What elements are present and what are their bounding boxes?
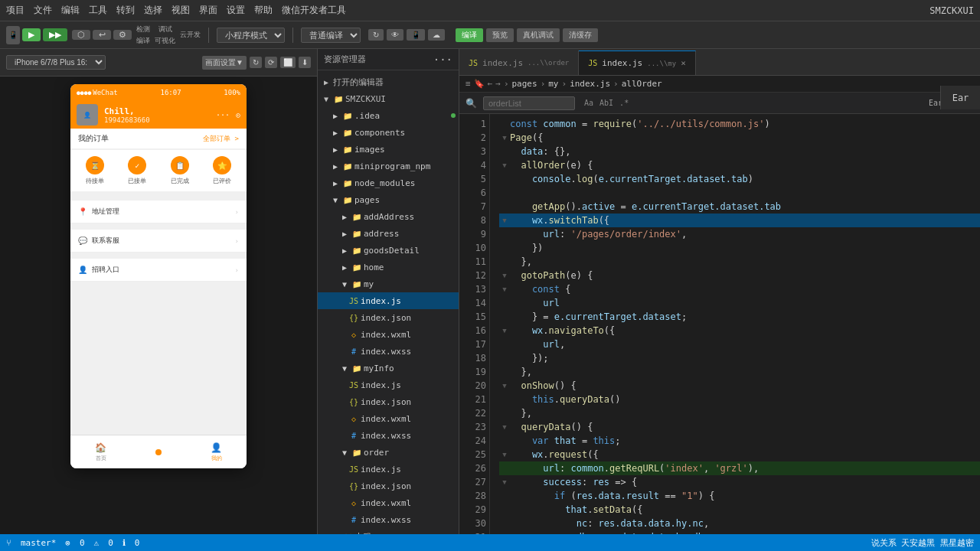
toolbar-btn1[interactable]: ⬡: [72, 30, 90, 40]
fold-icon-27[interactable]: ▼: [499, 475, 510, 489]
file-myinfo-indexwxss[interactable]: # index.wxss: [318, 427, 459, 444]
file-idea-folder[interactable]: ▶ 📁 .idea: [318, 107, 459, 124]
file-my-indexjs[interactable]: JS index.js: [318, 292, 459, 309]
fold-icon-8[interactable]: ▼: [499, 214, 510, 227]
file-components-folder[interactable]: ▶ 📁 components: [318, 124, 459, 141]
fold-icon-13[interactable]: ▼: [499, 282, 510, 296]
file-pages-folder[interactable]: ▼ 📁 pages: [318, 191, 459, 208]
file-myinfo-indexjs[interactable]: JS index.js: [318, 377, 459, 393]
fold-icon-2[interactable]: ▼: [499, 131, 510, 145]
toolbar-btn3[interactable]: ⚙: [113, 30, 132, 40]
breadcrumb-file[interactable]: index.js: [570, 79, 610, 89]
phone-order-item-1[interactable]: ⏳ 待接单: [86, 156, 104, 185]
menu-item-project[interactable]: 项目: [6, 4, 24, 17]
breadcrumb-forward[interactable]: →: [495, 79, 501, 89]
phone-import-btn[interactable]: ⬇: [299, 57, 311, 68]
menu-item-tools[interactable]: 工具: [89, 4, 107, 17]
phone-order-item-2[interactable]: ✓ 已接单: [128, 156, 146, 185]
phone-rotate-btn[interactable]: ⟳: [265, 57, 277, 68]
menu-item-interface[interactable]: 界面: [199, 4, 217, 17]
search-ab-btn[interactable]: AbI: [599, 99, 613, 107]
phone-menu-item-3[interactable]: 👤 招聘入口 ›: [70, 259, 247, 282]
phone-tablet-btn[interactable]: ⬜: [280, 57, 296, 68]
phone-bottom-my[interactable]: 👤 我的: [211, 442, 222, 462]
tab-close-btn[interactable]: ×: [681, 58, 686, 68]
real-debug-btn[interactable]: 真机调试: [517, 28, 560, 42]
menu-item-select[interactable]: 选择: [144, 4, 162, 17]
compile-action-btn[interactable]: 编译: [456, 28, 483, 42]
search-input[interactable]: [483, 96, 575, 110]
menu-item-devtools[interactable]: 微信开发者工具: [282, 4, 346, 17]
phone-orders-link[interactable]: 全部订单 >: [203, 134, 239, 144]
file-order-indexjs[interactable]: JS index.js: [318, 461, 459, 478]
file-addaddress-folder[interactable]: ▶ 📁 addAddress: [318, 208, 459, 225]
file-explorer-menu-btn[interactable]: ···: [433, 54, 452, 66]
phone-icon-btn[interactable]: 📱: [6, 26, 20, 44]
mode-select[interactable]: 小程序模式: [217, 28, 285, 43]
file-order-indexjson[interactable]: {} index.json: [318, 478, 459, 494]
search-aa-btn[interactable]: Aa: [584, 99, 593, 107]
cloud-btn[interactable]: ☁: [428, 29, 445, 41]
file-myinfo-indexwxml[interactable]: ◇ index.wxml: [318, 410, 459, 427]
file-order-folder[interactable]: ▼ 📁 order: [318, 444, 459, 461]
menu-item-settings[interactable]: 设置: [227, 4, 245, 17]
code-lines[interactable]: const common = require('../../utils/comm…: [490, 114, 980, 534]
phone-order-item-4[interactable]: ⭐ 已评价: [213, 156, 231, 185]
phone-model-select[interactable]: iPhone 6/7/8 Plus 16:: [6, 55, 106, 70]
phone-refresh-btn[interactable]: ↻: [250, 57, 262, 68]
compile-btn2[interactable]: ▶▶: [43, 28, 67, 41]
menu-item-file[interactable]: 文件: [34, 4, 52, 17]
file-goodsdetail-folder[interactable]: ▶ 📁 goodsDetail: [318, 242, 459, 259]
breadcrumb-back[interactable]: ←: [488, 79, 493, 89]
phone-nav-circle[interactable]: ⊙: [236, 111, 240, 119]
file-my-indexwxml[interactable]: ◇ index.wxml: [318, 326, 459, 343]
file-section-open-editors[interactable]: ▶ 打开的编辑器: [318, 73, 459, 90]
file-extra-folder1[interactable]: ▶ 📁 大服: [318, 528, 459, 534]
file-my-indexwxss[interactable]: # index.wxss: [318, 343, 459, 360]
search-regex-btn[interactable]: .*: [619, 99, 629, 107]
file-node-modules-folder[interactable]: ▶ 📁 node_modules: [318, 174, 459, 191]
file-address-folder[interactable]: ▶ 📁 address: [318, 225, 459, 242]
fold-icon-23[interactable]: ▼: [499, 420, 510, 434]
file-order-indexwxml[interactable]: ◇ index.wxml: [318, 494, 459, 511]
compile-btn[interactable]: ▶: [22, 28, 41, 41]
fold-icon-20[interactable]: ▼: [499, 379, 510, 393]
phone-bottom-middle[interactable]: [155, 449, 162, 455]
phone-menu-item-2[interactable]: 💬 联系客服 ›: [70, 230, 247, 253]
file-images-folder[interactable]: ▶ 📁 images: [318, 141, 459, 158]
fold-icon-4[interactable]: ▼: [499, 158, 510, 172]
breadcrumb-pages[interactable]: pages: [512, 79, 537, 89]
editor-tab-order[interactable]: JS index.js ...\\order: [459, 51, 579, 75]
phone-bottom-home[interactable]: 🏠 首页: [95, 442, 106, 462]
fold-icon-25[interactable]: ▼: [499, 448, 510, 461]
eye-btn[interactable]: 👁: [387, 29, 403, 41]
file-home-folder[interactable]: ▶ 📁 home: [318, 259, 459, 276]
file-myinfo-folder[interactable]: ▼ 📁 myInfo: [318, 360, 459, 377]
compile-select[interactable]: 普通编译: [301, 28, 361, 43]
menu-item-view[interactable]: 视图: [172, 4, 190, 17]
phone-nav-dots[interactable]: ···: [216, 111, 230, 119]
breadcrumb-my[interactable]: my: [548, 79, 558, 89]
refresh-btn[interactable]: ↻: [368, 29, 384, 41]
editor-tab-my[interactable]: JS index.js ...\\my ×: [579, 51, 696, 75]
file-project-root[interactable]: ▼ 📁 SMZCKXUI: [318, 90, 459, 107]
preview-btn[interactable]: 预览: [486, 28, 514, 42]
file-order-indexwxss[interactable]: # index.wxss: [318, 511, 459, 528]
right-panel-hint[interactable]: Ear: [940, 86, 980, 109]
fold-icon-16[interactable]: ▼: [499, 324, 510, 337]
file-myinfo-indexjson[interactable]: {} index.json: [318, 393, 459, 410]
device-btn[interactable]: 📱: [407, 29, 425, 41]
clear-cache-btn[interactable]: 清缓存: [563, 28, 598, 42]
phone-order-item-3[interactable]: 📋 已完成: [171, 156, 189, 185]
menu-item-help[interactable]: 帮助: [254, 4, 273, 17]
fold-icon-12[interactable]: ▼: [499, 269, 510, 282]
breadcrumb-function[interactable]: allOrder: [622, 79, 662, 89]
file-my-folder[interactable]: ▼ 📁 my: [318, 276, 459, 292]
phone-menu-item-1[interactable]: 📍 地址管理 ›: [70, 201, 247, 223]
phone-draw-btn[interactable]: 画面设置▼: [202, 56, 247, 70]
file-my-indexjson[interactable]: {} index.json: [318, 309, 459, 326]
menu-item-edit[interactable]: 编辑: [61, 4, 80, 17]
toolbar-btn2[interactable]: ↩: [93, 30, 111, 40]
menu-item-goto[interactable]: 转到: [116, 4, 135, 17]
file-miniprogram-folder[interactable]: ▶ 📁 miniprogram_npm: [318, 158, 459, 174]
